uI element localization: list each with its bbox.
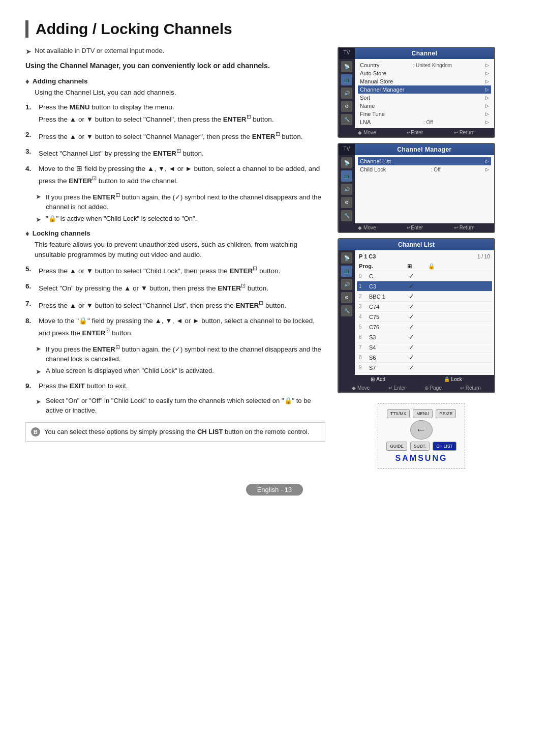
channel-list-panel: Channel List 📡 📺 🔊 ⚙ 🔧 P 1 C3 1 / 10 Pro… bbox=[338, 238, 495, 393]
locking-channels-title: ♦ Locking channels bbox=[25, 229, 325, 238]
cl-sidebar-icon-1: 📡 bbox=[341, 252, 352, 264]
exit-tip-text: Select "On" or "Off" in "Child Lock" to … bbox=[46, 396, 325, 416]
cl-row-2-name: BBC 1 bbox=[369, 294, 396, 300]
action-lock: 🔒 Lock bbox=[444, 376, 462, 382]
mgr-item-childlock: Child Lock : Off ▷ bbox=[358, 165, 491, 173]
step-num-9: 9. bbox=[25, 381, 35, 391]
channel-sidebar: 📡 📺 🔊 ⚙ 🔧 bbox=[339, 59, 355, 128]
adding-channels-label: Adding channels bbox=[33, 77, 88, 85]
remote-btn-psize[interactable]: P.SIZE bbox=[436, 409, 456, 418]
cl-row-1-check: ✓ bbox=[399, 282, 424, 290]
step-list-2: 5. Press the ▲ or ▼ button to select "Ch… bbox=[25, 264, 325, 338]
locking-tip-1: ➤ If you press the ENTER⊡ button again, … bbox=[36, 343, 325, 364]
step-5: 5. Press the ▲ or ▼ button to select "Ch… bbox=[25, 264, 325, 276]
adding-sub-tips: ➤ If you press the ENTER⊡ button again, … bbox=[36, 191, 325, 225]
locking-tip-text-1: If you press the ENTER⊡ button again, th… bbox=[46, 343, 325, 364]
step-7: 7. Press the ▲ or ▼ button to select "Ch… bbox=[25, 299, 325, 311]
mgr-sidebar-icon-5: 🔧 bbox=[341, 210, 352, 221]
locking-channels-label: Locking channels bbox=[33, 229, 90, 237]
cl-row-2-num: 2 bbox=[359, 294, 367, 299]
cl-row-8-num: 8 bbox=[359, 355, 367, 360]
locking-channels-body: This feature allows you to prevent unaut… bbox=[35, 240, 325, 260]
tip-line: ➤ Not available in DTV or external input… bbox=[25, 47, 325, 55]
cl-row-6-num: 6 bbox=[359, 334, 367, 340]
step-num-5: 5. bbox=[25, 264, 35, 276]
mgr-item-channellist: Channel List ▷ bbox=[358, 157, 491, 165]
cl-row-1-num: 1 bbox=[359, 283, 367, 289]
cl-row-6-name: S3 bbox=[369, 334, 396, 340]
chevron-right-icon-3: ▷ bbox=[485, 79, 489, 84]
channel-list-body: 📡 📺 🔊 ⚙ 🔧 P 1 C3 1 / 10 Prog. ⊞ 🔒 bbox=[339, 250, 494, 375]
footer-page-3: ⊛ Page bbox=[424, 385, 442, 391]
chevron-right-icon-5: ▷ bbox=[485, 95, 489, 100]
menu-item-lna-val: : Off bbox=[423, 120, 433, 125]
step-text-4: Move to the ⊞ field by pressing the ▲, ▼… bbox=[39, 164, 325, 186]
footer-return-3: ↩ Return bbox=[460, 385, 481, 391]
step-text-6: Select "On" by pressing the ▲ or ▼ butto… bbox=[39, 281, 325, 294]
footer-enter-2: ↵Enter bbox=[407, 225, 423, 230]
step-num-2: 2. bbox=[25, 130, 35, 142]
adding-tip-2: ➤ "🔒" is active when "Child Lock" is sel… bbox=[36, 214, 325, 225]
remote-btn-subt[interactable]: SUBT. bbox=[410, 442, 430, 451]
remote-btn-back[interactable]: ⟵ bbox=[410, 420, 433, 440]
sidebar-icon-4: ⚙ bbox=[341, 101, 352, 112]
cl-row-7-num: 7 bbox=[359, 344, 367, 350]
note-icon: B bbox=[31, 427, 40, 437]
step-9: 9. Press the EXIT button to exit. bbox=[25, 381, 325, 391]
channel-manager-sidebar: 📡 📺 🔊 ⚙ 🔧 bbox=[339, 155, 355, 223]
lock-icon: 🔒 bbox=[444, 376, 450, 382]
remote-area: TTX/MX MENU P.SIZE ⟵ GUIDE SUBT. CH LIST… bbox=[338, 403, 505, 469]
chevron-right-icon: ▷ bbox=[485, 63, 489, 68]
tip-text: Not available in DTV or external input m… bbox=[35, 47, 164, 54]
channel-list-sidebar: 📡 📺 🔊 ⚙ 🔧 bbox=[339, 250, 355, 375]
sidebar-icon-5: 🔧 bbox=[341, 114, 352, 125]
sub-tip-arrow-3: ➤ bbox=[36, 344, 43, 354]
menu-item-country: Country : United Kingdom ▷ bbox=[358, 61, 491, 69]
channel-list-content: P 1 C3 1 / 10 Prog. ⊞ 🔒 0 C– ✓ bbox=[355, 250, 494, 375]
cl-row-7-check: ✓ bbox=[399, 343, 424, 351]
mgr-sidebar-icon-3: 🔊 bbox=[341, 184, 352, 195]
footer-enter-1: ↵Enter bbox=[407, 130, 423, 135]
cl-row-0-num: 0 bbox=[359, 273, 367, 279]
right-column: TV Channel 📡 📺 🔊 ⚙ 🔧 Country : United Ki… bbox=[338, 47, 505, 469]
remote-btn-guide[interactable]: GUIDE bbox=[386, 442, 407, 451]
cl-row-0-check: ✓ bbox=[399, 272, 424, 280]
step-text-1: Press the MENU button to display the men… bbox=[39, 102, 325, 125]
step-num-7: 7. bbox=[25, 299, 35, 311]
channel-manager-header: Channel Manager bbox=[355, 144, 494, 155]
chevron-right-icon-6: ▷ bbox=[485, 103, 489, 108]
menu-item-channelmgr: Channel Manager ▷ bbox=[358, 85, 491, 94]
channel-manager-footer: ◆ Move ↵Enter ↩ Return bbox=[339, 223, 494, 232]
step-list-3: 9. Press the EXIT button to exit. bbox=[25, 381, 325, 391]
mgr-sidebar-icon-1: 📡 bbox=[341, 157, 352, 168]
footer-move-1: ◆ Move bbox=[358, 130, 376, 135]
sub-tip-arrow-1: ➤ bbox=[36, 192, 43, 202]
step-text-5: Press the ▲ or ▼ button to select "Child… bbox=[39, 264, 325, 276]
menu-item-finetune: Fine Tune ▷ bbox=[358, 110, 491, 118]
intro-paragraph: Using the Channel Manager, you can conve… bbox=[25, 61, 325, 71]
sidebar-icon-1: 📡 bbox=[341, 61, 352, 72]
page-footer: English - 13 bbox=[25, 484, 524, 496]
channel-list-col-headers: Prog. ⊞ 🔒 bbox=[357, 262, 492, 271]
step-1: 1. Press the MENU button to display the … bbox=[25, 102, 325, 125]
channel-manager-content: Channel List ▷ Child Lock : Off ▷ bbox=[355, 155, 494, 223]
remote-btn-menu[interactable]: MENU bbox=[413, 409, 433, 418]
adding-channels-title: ♦ Adding channels bbox=[25, 77, 325, 85]
remote-row-3: GUIDE SUBT. CH LIST bbox=[386, 442, 456, 451]
menu-item-sort: Sort ▷ bbox=[358, 94, 491, 102]
sidebar-icon-3: 🔊 bbox=[341, 88, 352, 99]
samsung-logo: SAMSUNG bbox=[386, 454, 456, 463]
adding-channels-section: ♦ Adding channels Using the Channel List… bbox=[25, 77, 325, 98]
step-num-6: 6. bbox=[25, 281, 35, 294]
tv-label-2: TV bbox=[339, 144, 355, 155]
remote-btn-chlist[interactable]: CH LIST bbox=[433, 442, 456, 451]
channel-list-top-bar: P 1 C3 1 / 10 bbox=[357, 252, 492, 260]
cl-sidebar-icon-4: ⚙ bbox=[341, 292, 352, 303]
step-num-3: 3. bbox=[25, 147, 35, 159]
cl-row-9: 9 S7 ✓ bbox=[357, 363, 492, 373]
step-list: 1. Press the MENU button to display the … bbox=[25, 102, 325, 187]
diamond-icon-2: ♦ bbox=[25, 229, 29, 238]
menu-item-autostore-label: Auto Store bbox=[360, 70, 386, 76]
step-num-4: 4. bbox=[25, 164, 35, 186]
remote-btn-ttxmx[interactable]: TTX/MX bbox=[387, 409, 410, 418]
